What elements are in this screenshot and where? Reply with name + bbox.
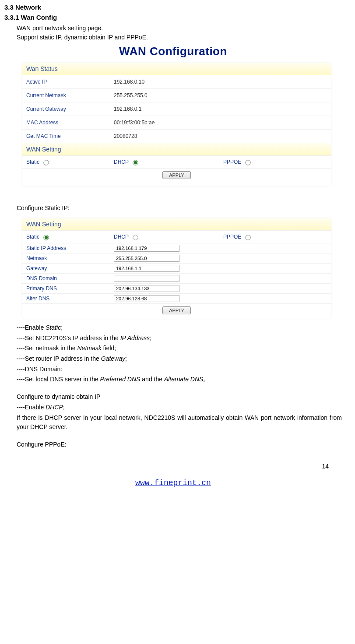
apply-button[interactable]: APPLY <box>162 171 191 179</box>
form-row: DNS Domain <box>22 274 331 284</box>
netmask-input[interactable] <box>114 255 179 262</box>
section-heading: 3.3 Network <box>4 4 342 11</box>
apply-button[interactable]: APPLY <box>162 306 191 314</box>
status-val: 192.168.0.1 <box>114 106 327 112</box>
status-val: 192.168.0.10 <box>114 79 327 85</box>
dhcp-label: DHCP <box>114 234 129 240</box>
static-radio[interactable] <box>43 235 49 240</box>
wan-setting-header: WAN Setting <box>22 143 331 156</box>
static-radio[interactable] <box>43 160 49 165</box>
status-key: Active IP <box>26 79 114 85</box>
wan-setting-static-panel: WAN Setting Static DHCP PPPOE Static IP … <box>22 218 331 319</box>
subsection-heading: 3.3.1 Wan Config <box>4 14 342 21</box>
field-label: Netmask <box>26 255 114 261</box>
gateway-input[interactable] <box>114 265 179 272</box>
primary-dns-input[interactable] <box>114 285 179 292</box>
wan-status-panel: Wan Status Active IP 192.168.0.10 Curren… <box>22 63 331 186</box>
field-label: DNS Domain <box>26 275 114 282</box>
status-key: Get MAC Time <box>26 133 114 139</box>
wan-setting-header-2: WAN Setting <box>22 218 331 231</box>
dhcp-radio[interactable] <box>133 235 138 240</box>
form-row: Gateway <box>22 264 331 274</box>
status-row: MAC Address 00:19:f3:00:5b:ae <box>22 116 331 130</box>
alter-dns-input[interactable] <box>114 295 179 302</box>
pppoe-label: PPPOE <box>223 234 241 240</box>
pppoe-radio[interactable] <box>246 235 251 240</box>
dhcp-radio[interactable] <box>133 160 138 165</box>
configure-static-label: Configure Static IP: <box>17 204 342 213</box>
static-explanation: ----Enable Static; ----Set NDC2210S's IP… <box>17 323 342 384</box>
status-val: 20080728 <box>114 133 327 139</box>
field-label: Alter DNS <box>26 296 114 302</box>
static-ip-input[interactable] <box>114 245 179 252</box>
status-row: Get MAC Time 20080728 <box>22 130 331 143</box>
field-label: Primary DNS <box>26 285 114 292</box>
configure-pppoe-label: Configure PPPoE: <box>17 440 342 450</box>
status-key: MAC Address <box>26 120 114 126</box>
form-row: Primary DNS <box>22 284 331 294</box>
status-row: Active IP 192.168.0.10 <box>22 75 331 89</box>
wan-mode-row: Static DHCP PPPOE <box>22 156 331 169</box>
pppoe-radio[interactable] <box>246 160 251 165</box>
status-key: Current Netmask <box>26 92 114 99</box>
status-row: Current Gateway 192.168.0.1 <box>22 102 331 116</box>
form-row: Alter DNS <box>22 294 331 304</box>
intro-line-2: Support static IP, dynamic obtain IP and… <box>17 33 342 42</box>
dynamic-explanation: Configure to dynamic obtain IP ----Enabl… <box>17 392 342 432</box>
status-val: 255.255.255.0 <box>114 92 327 99</box>
wan-status-header: Wan Status <box>22 63 331 75</box>
static-label: Static <box>26 234 39 240</box>
pppoe-label: PPPOE <box>223 159 241 165</box>
field-label: Static IP Address <box>26 245 114 251</box>
wan-configuration-title: WAN Configuration <box>4 45 342 58</box>
dns-domain-input[interactable] <box>114 275 179 282</box>
footer-link[interactable]: www.fineprint.cn <box>135 479 211 487</box>
static-label: Static <box>26 159 39 165</box>
status-key: Current Gateway <box>26 106 114 112</box>
status-val: 00:19:f3:00:5b:ae <box>114 120 327 126</box>
form-row: Static IP Address <box>22 243 331 253</box>
wan-mode-row-2: Static DHCP PPPOE <box>22 231 331 243</box>
field-label: Gateway <box>26 265 114 271</box>
status-row: Current Netmask 255.255.255.0 <box>22 89 331 102</box>
page-number: 14 <box>4 463 329 470</box>
intro-line-1: WAN port network setting page. <box>17 24 342 33</box>
dhcp-label: DHCP <box>114 159 129 165</box>
form-row: Netmask <box>22 253 331 264</box>
